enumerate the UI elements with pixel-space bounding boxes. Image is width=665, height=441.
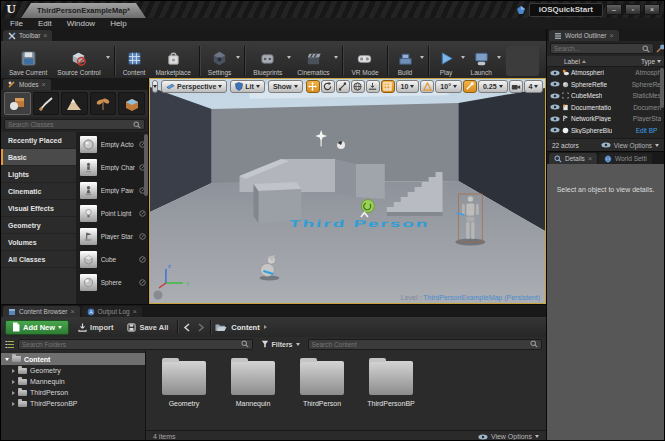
add-new-button[interactable]: Add New — [5, 320, 69, 335]
visibility-eye-icon[interactable] — [550, 104, 560, 110]
cinematics-button[interactable]: Cinematics — [292, 43, 334, 77]
source-control-dropdown-icon[interactable] — [106, 56, 110, 59]
rotation-snap-button[interactable] — [420, 80, 434, 93]
search-folders-input[interactable] — [22, 341, 241, 348]
modes-tab-close-icon[interactable] — [42, 81, 46, 88]
forward-icon[interactable] — [196, 323, 206, 332]
world-local-toggle-button[interactable] — [351, 80, 365, 93]
asset-folder-geometry[interactable]: Geometry — [158, 361, 210, 407]
asset-folder-thirdperson[interactable]: ThirdPerson — [296, 361, 348, 407]
expand-icon[interactable] — [12, 380, 15, 384]
modes-tab[interactable]: Modes — [3, 79, 51, 90]
world-outliner-tab-close-icon[interactable] — [609, 32, 613, 39]
grab-icon[interactable] — [139, 210, 146, 217]
outliner-row[interactable]: AtmospheriAtmosph — [547, 67, 664, 79]
paint-mode-button[interactable] — [33, 92, 60, 115]
launch-button[interactable]: Launch — [466, 43, 497, 77]
save-current-button[interactable]: Save Current — [4, 43, 52, 77]
grab-icon[interactable] — [139, 279, 146, 286]
world-filter-icon[interactable] — [656, 44, 665, 53]
item-point-light[interactable]: Point Light — [76, 202, 148, 225]
type-column-header[interactable]: Type — [641, 58, 655, 65]
minimize-button[interactable]: – — [606, 4, 622, 15]
sources-panel-icon[interactable] — [5, 340, 15, 349]
modes-search-field[interactable] — [4, 119, 145, 130]
grid-snap-value[interactable]: 10 — [396, 80, 420, 93]
breadcrumb[interactable]: Content — [215, 323, 266, 332]
outliner-row[interactable]: SkySphereBluEdit BP_ — [547, 125, 664, 137]
camera-speed-value[interactable]: 4 — [524, 80, 544, 93]
item-empty-pawn[interactable]: Empty Paw — [76, 179, 148, 202]
perspective-button[interactable]: Perspective — [161, 80, 227, 93]
menu-window[interactable]: Window — [67, 19, 95, 28]
viewport-options-button[interactable] — [152, 80, 158, 93]
details-tab[interactable]: Details — [549, 153, 597, 164]
save-all-button[interactable]: Save All — [122, 320, 173, 335]
category-recently-placed[interactable]: Recently Placed — [1, 132, 76, 149]
output-log-tab-close-icon[interactable] — [133, 308, 137, 315]
build-dropdown-icon[interactable] — [420, 56, 424, 59]
toolbar-tab[interactable]: Toolbar — [3, 30, 52, 41]
world-outliner-tab[interactable]: World Outliner — [549, 30, 619, 41]
place-mode-button[interactable] — [4, 92, 31, 115]
scale-snap-value[interactable]: 0.25 — [478, 80, 508, 93]
outliner-row[interactable]: SphereRefleSphereRe — [547, 79, 664, 91]
category-cinematic[interactable]: Cinematic — [1, 183, 76, 200]
surface-snap-button[interactable] — [366, 80, 380, 93]
content-browser-tab[interactable]: Content Browser — [3, 306, 80, 317]
visibility-eye-icon[interactable] — [550, 81, 560, 87]
item-empty-character[interactable]: Empty Char — [76, 156, 148, 179]
map-title-tab[interactable]: ThirdPersonExampleMap* — [21, 3, 146, 18]
outliner-row[interactable]: CubeMeshStaticMes — [547, 90, 664, 102]
details-tab-close-icon[interactable] — [588, 155, 592, 162]
tree-item-geometry[interactable]: Geometry — [1, 365, 145, 376]
tree-item-mannequin[interactable]: Mannequin — [1, 376, 145, 387]
scale-tool-button[interactable] — [336, 80, 350, 93]
category-volumes[interactable]: Volumes — [1, 234, 76, 251]
category-geometry[interactable]: Geometry — [1, 217, 76, 234]
settings-button[interactable]: Settings — [203, 43, 237, 77]
import-button[interactable]: Import — [73, 320, 118, 335]
scale-snap-button[interactable] — [463, 80, 477, 93]
grab-icon[interactable] — [139, 256, 146, 263]
menu-edit[interactable]: Edit — [38, 19, 52, 28]
label-column-header[interactable]: Label — [564, 58, 580, 65]
landscape-mode-button[interactable] — [61, 92, 88, 115]
outliner-search-field[interactable] — [550, 43, 654, 54]
type-dropdown-icon[interactable] — [657, 60, 661, 63]
tree-item-content[interactable]: Content — [1, 353, 145, 365]
search-folders-field[interactable] — [18, 339, 253, 350]
play-button[interactable]: Play — [432, 43, 461, 77]
level-viewport[interactable]: Third Person — [149, 78, 546, 304]
play-dropdown-icon[interactable] — [461, 56, 465, 59]
category-visual-effects[interactable]: Visual Effects — [1, 200, 76, 217]
camera-speed-button[interactable] — [509, 80, 523, 93]
launch-dropdown-icon[interactable] — [497, 56, 501, 59]
rotation-snap-value[interactable]: 10° — [435, 80, 462, 93]
blueprints-button[interactable]: Blueprints — [248, 43, 287, 77]
maximize-button[interactable]: ▫ — [625, 4, 641, 15]
blueprints-dropdown-icon[interactable] — [287, 56, 291, 59]
visibility-eye-icon[interactable] — [550, 127, 560, 133]
world-settings-tab[interactable]: World Setti — [599, 153, 652, 164]
source-control-button[interactable]: Source Control — [52, 43, 105, 77]
item-cube[interactable]: Cube — [76, 248, 148, 271]
search-content-input[interactable] — [312, 341, 531, 348]
visibility-eye-icon[interactable] — [550, 93, 560, 99]
search-content-field[interactable] — [308, 339, 543, 350]
geometry-mode-button[interactable] — [118, 92, 145, 115]
visibility-eye-icon[interactable] — [550, 116, 560, 122]
output-log-tab[interactable]: A Output Log — [82, 306, 142, 317]
item-sphere[interactable]: Sphere — [76, 271, 148, 294]
outliner-row[interactable]: DocumentatioDocumen — [547, 102, 664, 114]
expand-icon[interactable] — [5, 358, 9, 361]
modes-scrollbar[interactable] — [144, 134, 148, 196]
search-classes-input[interactable] — [8, 121, 133, 128]
cinematics-dropdown-icon[interactable] — [334, 56, 338, 59]
outliner-search-input[interactable] — [554, 45, 642, 52]
grab-icon[interactable] — [139, 233, 146, 240]
grid-snap-button[interactable] — [381, 80, 395, 93]
toolbar-tab-close-icon[interactable] — [43, 32, 47, 39]
viewport-maximize-icon[interactable] — [153, 291, 162, 300]
show-button[interactable]: Show — [268, 80, 303, 93]
